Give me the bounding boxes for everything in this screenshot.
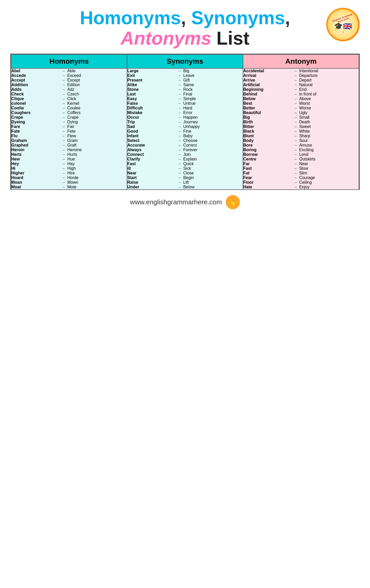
- synonym-value: Happen: [183, 115, 243, 120]
- homonym-word: Dyeing: [11, 120, 60, 124]
- synonym-dash: –: [176, 124, 183, 129]
- antonym-word: Birth: [243, 120, 292, 124]
- homonym-value: Crape: [67, 115, 127, 120]
- main-table: Homonyms Synonyms Antonym Abel – Able La…: [11, 54, 359, 189]
- synonyms-header: Synonyms: [127, 54, 243, 68]
- synonym-dash: –: [176, 152, 183, 157]
- table-row: Moan – Mown Raise – Lift Floor – Ceiling: [11, 180, 359, 185]
- synonym-value: Gift: [183, 78, 243, 83]
- table-row: Clique – Click Easy – Simple Below – Abo…: [11, 96, 359, 101]
- title-homonyms: Homonyms: [80, 7, 181, 28]
- homonym-word: Coolie: [11, 106, 60, 110]
- antonym-dash: –: [292, 87, 299, 92]
- homonym-value: Hay: [67, 162, 127, 166]
- antonym-word: Beautiful: [243, 110, 292, 115]
- antonym-dash: –: [292, 152, 299, 157]
- homonym-dash: –: [60, 157, 67, 162]
- homonym-dash: –: [60, 87, 67, 92]
- synonym-word: Fast: [127, 162, 176, 166]
- homonym-value: Coulee: [67, 106, 127, 110]
- title-line1: Homonyms, Synonyms,: [80, 8, 290, 28]
- synonym-value: Same: [183, 83, 243, 87]
- antonym-dash: –: [292, 73, 299, 78]
- table-row: Accede – Exceed Exit – Leave Arrival – D…: [11, 73, 359, 78]
- antonym-word: Boring: [243, 148, 292, 152]
- homonym-word: Hoard: [11, 175, 60, 180]
- synonym-value: Untrue: [183, 101, 243, 106]
- homonym-value: Mown: [67, 180, 127, 185]
- homonym-word: Abel: [11, 68, 60, 73]
- antonym-word: Better: [243, 106, 292, 110]
- synonym-dash: –: [176, 115, 183, 120]
- homonym-dash: –: [60, 115, 67, 120]
- homonym-dash: –: [60, 185, 67, 189]
- homonym-word: Higher: [11, 171, 60, 175]
- synonym-dash: –: [176, 73, 183, 78]
- title-list: List: [211, 28, 249, 49]
- homonym-word: Hertz: [11, 152, 60, 157]
- synonym-value: Journey: [183, 120, 243, 124]
- table-row: Addition – Edition Alike – Same Artifici…: [11, 83, 359, 87]
- antonym-dash: –: [292, 101, 299, 106]
- synonym-value: Unhappy: [183, 124, 243, 129]
- homonym-value: Hue: [67, 157, 127, 162]
- synonym-word: Mistake: [127, 110, 176, 115]
- synonym-dash: –: [176, 78, 183, 83]
- table-row: Hew – Hue Clarify – Explain Centre – Out…: [11, 157, 359, 162]
- table-row: Fare – Fair Sad – Unhappy Bitter – Sweet: [11, 124, 359, 129]
- table-row: Dyeing – Dying Trip – Journey Birth – De…: [11, 120, 359, 124]
- homonym-word: Accede: [11, 73, 60, 78]
- synonym-dash: –: [176, 157, 183, 162]
- homonym-word: Check: [11, 92, 60, 96]
- antonym-word: Arrive: [243, 78, 292, 83]
- synonym-dash: –: [176, 180, 183, 185]
- synonym-word: Near: [127, 171, 176, 175]
- synonym-value: Error: [183, 110, 243, 115]
- synonym-dash: –: [176, 101, 183, 106]
- antonym-value: Slow: [299, 166, 359, 171]
- antonym-value: Departure: [299, 73, 359, 78]
- homonyms-header: Homonyms: [11, 54, 127, 68]
- synonym-value: Quick: [183, 162, 243, 166]
- table-row: colonel – Kernel False – Untrue Best – W…: [11, 101, 359, 106]
- page-footer: www.englishgrammarhere.com 👆: [130, 195, 240, 209]
- table-row: Fate – Fete Good – Fine Black – White: [11, 129, 359, 134]
- antonym-word: Fear: [243, 175, 292, 180]
- synonym-dash: –: [176, 143, 183, 148]
- antonym-value: Amuse: [299, 143, 359, 148]
- homonym-word: Flu: [11, 134, 60, 138]
- antonym-word: Body: [243, 138, 292, 143]
- antonym-value: Small: [299, 115, 359, 120]
- antonym-dash: –: [292, 124, 299, 129]
- homonym-value: Kernel: [67, 101, 127, 106]
- homonym-value: Horde: [67, 175, 127, 180]
- antonym-dash: –: [292, 157, 299, 162]
- synonym-value: Join: [183, 152, 243, 157]
- synonym-word: Alike: [127, 83, 176, 87]
- synonym-dash: –: [176, 83, 183, 87]
- antonym-value: Sweet: [299, 124, 359, 129]
- table-row: Check – Czech Last – Final Behind – in f…: [11, 92, 359, 96]
- antonym-dash: –: [292, 120, 299, 124]
- antonym-word: Centre: [243, 157, 292, 162]
- homonym-dash: –: [60, 73, 67, 78]
- homonym-value: Dying: [67, 120, 127, 124]
- antonym-word: Behind: [243, 92, 292, 96]
- homonym-value: High: [67, 166, 127, 171]
- table-row: Hi – High ill – Sick Fast – Slow: [11, 166, 359, 171]
- antonym-value: Sharp: [299, 134, 359, 138]
- synonym-dash: –: [176, 185, 183, 189]
- table-row: Heroin – Heroine Always – Forever Boring…: [11, 148, 359, 152]
- antonym-value: Depart: [299, 78, 359, 83]
- homonym-dash: –: [60, 152, 67, 157]
- homonym-dash: –: [60, 106, 67, 110]
- antonym-value: Lend: [299, 152, 359, 157]
- synonym-dash: –: [176, 138, 183, 143]
- homonym-value: Fete: [67, 129, 127, 134]
- antonym-value: Worst: [299, 101, 359, 106]
- homonym-dash: –: [60, 148, 67, 152]
- homonym-dash: –: [60, 92, 67, 96]
- table-row: Higher – Hire Near – Close Fat – Slim: [11, 171, 359, 175]
- homonym-dash: –: [60, 162, 67, 166]
- title-comma: ,: [181, 7, 191, 28]
